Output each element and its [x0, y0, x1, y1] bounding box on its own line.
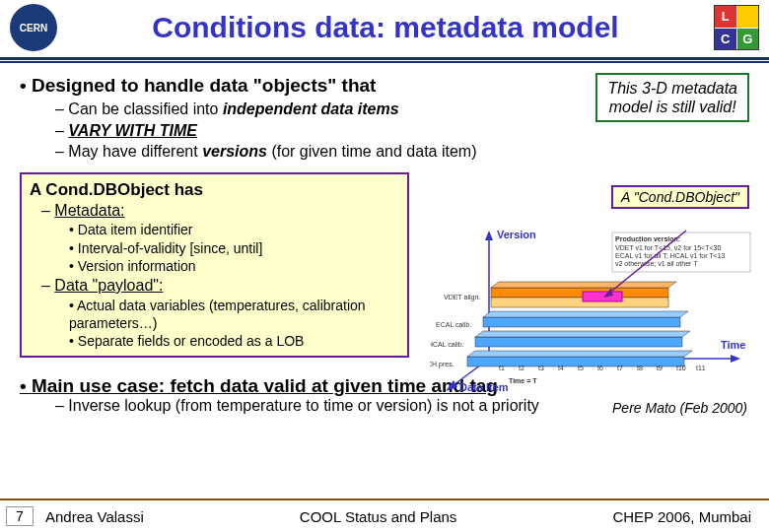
- condbox-payload-label: Data "payload":: [41, 275, 399, 297]
- condbox-payload-item: Separate fields or encoded as a LOB: [69, 332, 399, 350]
- diagram-callout: A "Cond.DBObject": [611, 185, 749, 209]
- svg-rect-7: [491, 288, 668, 298]
- condbox-meta-item: Version information: [69, 257, 399, 275]
- svg-marker-10: [491, 282, 676, 288]
- lcg-logo-cell: C: [715, 29, 736, 50]
- svg-text:t8: t8: [637, 365, 643, 371]
- text: Can be classified into: [68, 100, 223, 117]
- slide-title: Conditions data: metadata model: [57, 11, 714, 44]
- prod-version-line: v2 otherwise; v1 all other T: [615, 260, 698, 267]
- text: Metadata:: [54, 202, 124, 219]
- svg-rect-13: [475, 337, 682, 347]
- condbox-payload-item: Actual data variables (temperatures, cal…: [69, 297, 399, 332]
- svg-text:t5: t5: [578, 365, 584, 371]
- emphasis: VARY WITH TIME: [68, 122, 197, 139]
- prod-version-line: ECAL v1 for all T; HCAL v1 for T<13: [615, 252, 726, 259]
- page-number: 7: [6, 506, 34, 526]
- svg-rect-9: [583, 292, 622, 301]
- condbox-meta-item: Data item identifier: [69, 221, 399, 238]
- svg-text:t11: t11: [696, 365, 706, 371]
- condbox-meta-item: Interval-of-validity [since, until]: [69, 239, 399, 257]
- metadata-3d-diagram: A "Cond.DBObject" Version Time Data Item…: [430, 189, 755, 416]
- designed-item: VARY WITH TIME: [55, 120, 749, 142]
- lcg-logo-cell: [737, 6, 759, 28]
- validity-callout: This 3-D metadata model is still valid!: [595, 73, 749, 122]
- svg-text:t9: t9: [657, 365, 663, 371]
- data-item-label: RICH pres.: [430, 361, 454, 368]
- text: Data "payload":: [54, 277, 163, 294]
- svg-marker-12: [483, 311, 688, 317]
- svg-text:t4: t4: [558, 365, 564, 371]
- svg-marker-3: [731, 355, 740, 363]
- svg-marker-1: [485, 231, 493, 240]
- svg-text:t7: t7: [617, 365, 623, 371]
- data-item-label: HCAL calib.: [430, 341, 464, 348]
- callout-line: model is still valid!: [607, 98, 737, 116]
- text: (for given time and data item): [267, 143, 477, 160]
- svg-rect-11: [483, 317, 680, 327]
- prod-version-title: Production version:: [615, 235, 680, 242]
- lcg-logo: L C G: [714, 5, 759, 50]
- axis-version-label: Version: [497, 229, 536, 240]
- designed-item: May have different versions (for given t…: [55, 141, 749, 163]
- callout-line: This 3-D metadata: [607, 79, 737, 98]
- footer-right: CHEP 2006, Mumbai: [612, 508, 751, 525]
- axis-time-label: Time: [721, 339, 745, 351]
- time-marker: Time = T: [509, 377, 537, 384]
- lcg-logo-cell: G: [737, 29, 759, 50]
- svg-text:t3: t3: [538, 365, 544, 371]
- emphasis: independent data items: [223, 100, 399, 117]
- emphasis: versions: [202, 143, 267, 160]
- slide-body: This 3-D metadata model is still valid! …: [0, 63, 769, 415]
- footer-center: COOL Status and Plans: [144, 508, 613, 525]
- svg-text:t6: t6: [597, 365, 603, 371]
- slide-header: CERN Conditions data: metadata model L C…: [0, 0, 769, 60]
- cern-logo: CERN: [10, 4, 57, 51]
- svg-marker-5: [446, 380, 457, 391]
- svg-marker-14: [475, 331, 690, 337]
- data-item-label: VDET align.: [444, 294, 480, 301]
- lcg-logo-cell: L: [715, 6, 736, 28]
- footer-author: Andrea Valassi: [45, 508, 144, 525]
- data-item-label: ECAL calib.: [436, 321, 471, 328]
- svg-text:t10: t10: [676, 365, 686, 371]
- conddbobject-box: A Cond.DBObject has Metadata: Data item …: [20, 172, 409, 358]
- svg-text:t1: t1: [499, 365, 505, 371]
- slide-footer: 7 Andrea Valassi COOL Status and Plans C…: [0, 499, 769, 532]
- diagram-credit: Pere Mato (Feb 2000): [612, 400, 747, 416]
- condbox-title: A Cond.DBObject has: [30, 180, 399, 200]
- diagram-svg: Version Time Data Item Production versio…: [430, 211, 755, 393]
- svg-rect-8: [491, 298, 668, 307]
- condbox-meta-label: Metadata:: [41, 200, 399, 222]
- text: May have different: [68, 143, 202, 160]
- svg-marker-16: [467, 351, 692, 357]
- svg-text:t2: t2: [519, 365, 524, 371]
- axis-dataitem-label: Data Item: [459, 381, 509, 393]
